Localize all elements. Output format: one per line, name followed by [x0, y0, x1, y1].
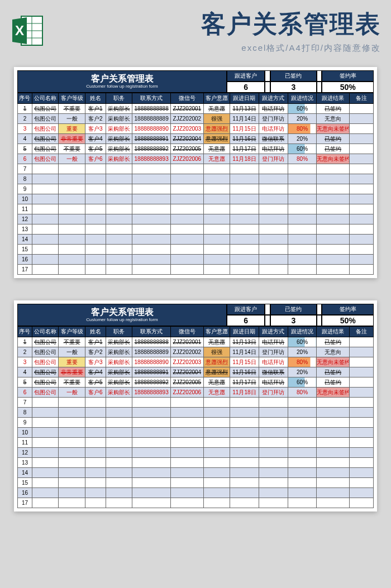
table-row: 17 [18, 498, 374, 508]
col-header-1: 公司名称 [32, 93, 59, 104]
col-header-8: 跟进日期 [230, 327, 259, 337]
table-row: 15 [18, 245, 374, 255]
table-row: 15 [18, 478, 374, 488]
sheet-preview-1: 客户关系管理表Customer follow up registration f… [14, 67, 377, 278]
col-header-6: 微信号 [171, 327, 203, 337]
table-row: 1包图公司 不重要客户1 采购部长18888888888ZJZ202001 无意… [18, 337, 374, 347]
table-row: 16 [18, 255, 374, 265]
col-header-3: 姓名 [85, 327, 106, 337]
data-table: 序号公司名称客户等级姓名职务联系方式微信号客户意愿跟进日期跟进方式跟进情况跟进结… [17, 326, 374, 508]
col-header-11: 跟进结果 [317, 93, 349, 104]
col-header-7: 客户意愿 [203, 93, 230, 104]
stat-rate-label: 签约率 [322, 304, 374, 315]
table-row: 7 [18, 398, 374, 408]
table-row: 9 [18, 184, 374, 194]
table-row: 4包图公司 非常重要客户4 采购部长18888888891ZJZ202004 意… [18, 367, 374, 377]
col-header-10: 跟进情况 [288, 327, 317, 337]
table-row: 7 [18, 164, 374, 174]
col-header-7: 客户意愿 [203, 327, 230, 337]
table-row: 11 [18, 438, 374, 448]
stat-rate-label: 签约率 [322, 70, 374, 82]
col-header-11: 跟进结果 [317, 327, 349, 337]
table-row: 6包图公司 一般客户6 采购部长18888888893ZJZ202006 无意愿… [18, 388, 374, 398]
table-row: 16 [18, 488, 374, 498]
stat-followup-label: 跟进客户 [227, 70, 265, 82]
stat-followup-value: 6 [227, 82, 265, 93]
stat-signed-label: 已签约 [270, 304, 317, 315]
stat-followup-value: 6 [227, 315, 265, 326]
col-header-10: 跟进情况 [288, 93, 317, 104]
col-header-4: 职务 [106, 93, 132, 104]
sheet-title: 客户关系管理表Customer follow up registration f… [17, 70, 227, 93]
col-header-9: 跟进方式 [259, 93, 288, 104]
col-header-8: 跟进日期 [230, 93, 259, 104]
table-row: 8 [18, 174, 374, 184]
table-row: 3包图公司 重要客户3 采购部长18888888890ZJZ202003 意愿强… [18, 124, 374, 134]
table-row: 17 [18, 265, 374, 275]
col-header-0: 序号 [18, 327, 32, 337]
table-row: 9 [18, 418, 374, 428]
sheet-title: 客户关系管理表Customer follow up registration f… [17, 304, 227, 326]
col-header-2: 客户等级 [59, 93, 85, 104]
excel-icon: X [10, 13, 46, 49]
svg-text:X: X [15, 23, 24, 38]
table-row: 10 [18, 428, 374, 438]
stat-signed-value: 3 [270, 82, 317, 93]
table-row: 12 [18, 448, 374, 458]
sheet-preview-2: 客户关系管理表Customer follow up registration f… [14, 300, 377, 511]
col-header-3: 姓名 [85, 93, 106, 104]
col-header-6: 微信号 [171, 93, 203, 104]
table-row: 13 [18, 224, 374, 235]
col-header-2: 客户等级 [59, 327, 85, 337]
hero-title: 客户关系管理表 [54, 8, 381, 41]
table-row: 4包图公司 非常重要客户4 采购部长18888888891ZJZ202004 意… [18, 134, 374, 144]
stat-signed-label: 已签约 [270, 70, 317, 82]
hero-subtitle: excel格式/A4打印/内容随意修改 [54, 43, 381, 54]
col-header-1: 公司名称 [32, 327, 59, 337]
data-table: 序号公司名称客户等级姓名职务联系方式微信号客户意愿跟进日期跟进方式跟进情况跟进结… [17, 93, 374, 275]
col-header-12: 备注 [349, 93, 373, 104]
table-row: 8 [18, 408, 374, 418]
stat-signed-value: 3 [270, 315, 317, 326]
table-row: 10 [18, 194, 374, 204]
table-row: 14 [18, 468, 374, 478]
sheet-container: 客户关系管理表Customer follow up registration f… [0, 61, 391, 517]
stat-rate-value: 50% [322, 315, 374, 326]
table-row: 6包图公司 一般客户6 采购部长18888888893ZJZ202006 无意愿… [18, 154, 374, 164]
table-row: 3包图公司 重要客户3 采购部长18888888890ZJZ202003 意愿强… [18, 357, 374, 367]
col-header-12: 备注 [349, 327, 373, 337]
col-header-0: 序号 [18, 93, 32, 104]
col-header-5: 联系方式 [132, 327, 171, 337]
col-header-9: 跟进方式 [259, 327, 288, 337]
table-row: 5包图公司 不重要客户5 采购部长18888888892ZJZ202005 无意… [18, 377, 374, 388]
col-header-5: 联系方式 [132, 93, 171, 104]
table-row: 2包图公司 一般客户2 采购部长18888888889ZJZ202002 很强1… [18, 347, 374, 357]
col-header-4: 职务 [106, 327, 132, 337]
table-row: 1包图公司 不重要客户1 采购部长18888888888ZJZ202001 无意… [18, 104, 374, 114]
table-row: 11 [18, 204, 374, 214]
table-row: 14 [18, 235, 374, 245]
table-row: 2包图公司 一般客户2 采购部长18888888889ZJZ202002 很强1… [18, 114, 374, 124]
table-row: 13 [18, 458, 374, 468]
stat-followup-label: 跟进客户 [227, 304, 265, 315]
table-row: 12 [18, 214, 374, 224]
stat-rate-value: 50% [322, 82, 374, 93]
hero-banner: X 客户关系管理表 excel格式/A4打印/内容随意修改 [0, 0, 391, 61]
table-row: 5包图公司 不重要客户5 采购部长18888888892ZJZ202005 无意… [18, 144, 374, 154]
